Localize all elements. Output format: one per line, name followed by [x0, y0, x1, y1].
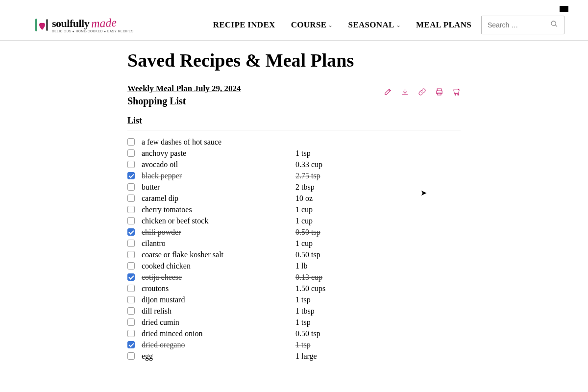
- checkbox[interactable]: [127, 240, 135, 247]
- checkbox[interactable]: [127, 262, 135, 270]
- chevron-down-icon: ⌄: [396, 23, 400, 28]
- list-item: dried minced onion0.50 tsp: [127, 328, 461, 339]
- item-name: dill relish: [142, 307, 289, 316]
- checkbox[interactable]: [127, 138, 135, 146]
- item-quantity: 0.50 tsp: [295, 228, 320, 237]
- site-header: soulfully made DELICIOUS ● HOME-COOKED ●…: [0, 5, 588, 41]
- link-icon[interactable]: [418, 88, 426, 98]
- logo-heart-spoon-icon: [35, 18, 49, 32]
- list-item: chili powder0.50 tsp: [127, 226, 461, 238]
- nav-course[interactable]: COURSE ⌄: [291, 20, 333, 30]
- item-quantity: 2.75 tsp: [295, 172, 320, 180]
- svg-point-5: [455, 94, 456, 95]
- item-quantity: 1 cup: [295, 239, 313, 248]
- clear-cart-icon[interactable]: [452, 88, 461, 98]
- item-name: anchovy paste: [142, 149, 289, 158]
- svg-rect-2: [437, 89, 441, 91]
- list-item: dried cumin1 tsp: [127, 317, 461, 328]
- list-item: croutons1.50 cups: [127, 283, 461, 294]
- print-icon[interactable]: [435, 88, 443, 98]
- logo-text-soulfully: soulfully: [52, 18, 89, 29]
- checkbox[interactable]: [127, 217, 135, 224]
- search-input[interactable]: [488, 21, 545, 29]
- list-item: anchovy paste1 tsp: [127, 147, 461, 159]
- item-quantity: 1 cup: [295, 217, 313, 225]
- shopping-list: a few dashes of hot sauceanchovy paste1 …: [127, 136, 461, 362]
- item-name: cherry tomatoes: [142, 205, 289, 214]
- checkbox[interactable]: [127, 172, 135, 179]
- list-heading: List: [127, 116, 461, 130]
- checkbox[interactable]: [127, 330, 135, 337]
- list-item: chicken or beef stock1 cup: [127, 215, 461, 226]
- list-item: cooked chicken1 lb: [127, 260, 461, 271]
- checkbox[interactable]: [127, 285, 135, 292]
- list-item: black pepper2.75 tsp: [127, 170, 461, 181]
- item-quantity: 1 large: [295, 352, 317, 361]
- search-icon[interactable]: [550, 20, 558, 30]
- plan-header: Weekly Meal Plan July 29, 2024 Shopping …: [127, 84, 461, 107]
- svg-rect-0: [35, 19, 37, 31]
- list-item: avocado oil0.33 cup: [127, 159, 461, 170]
- download-icon[interactable]: [401, 88, 409, 98]
- nav-label: SEASONAL: [348, 20, 394, 30]
- search-box[interactable]: [481, 16, 564, 34]
- checkbox[interactable]: [127, 352, 135, 360]
- nav-label: RECIPE INDEX: [213, 20, 275, 30]
- main-content: Saved Recipes & Meal Plans Weekly Meal P…: [0, 36, 588, 362]
- item-name: dried oregano: [142, 341, 289, 349]
- checkbox[interactable]: [127, 161, 135, 168]
- item-quantity: 1 cup: [295, 205, 313, 214]
- item-name: croutons: [142, 284, 289, 293]
- nav-label: MEAL PLANS: [416, 20, 471, 30]
- checkbox[interactable]: [127, 195, 135, 202]
- item-quantity: 0.13 cup: [295, 273, 322, 282]
- list-item: cilantro1 cup: [127, 238, 461, 249]
- checkbox[interactable]: [127, 307, 135, 315]
- checkbox[interactable]: [127, 206, 135, 213]
- checkbox[interactable]: [127, 149, 135, 157]
- logo-tagline: DELICIOUS ● HOME-COOKED ● EASY RECIPES: [52, 30, 134, 33]
- item-quantity: 1 tsp: [295, 149, 311, 158]
- checkbox[interactable]: [127, 296, 135, 303]
- svg-point-6: [458, 94, 459, 95]
- list-item: coarse or flake kosher salt0.50 tsp: [127, 249, 461, 260]
- svg-rect-4: [438, 93, 441, 95]
- checkbox[interactable]: [127, 183, 135, 191]
- checkbox[interactable]: [127, 228, 135, 236]
- item-name: coarse or flake kosher salt: [142, 250, 289, 259]
- item-quantity: 1 tsp: [295, 341, 311, 349]
- item-quantity: 10 oz: [295, 194, 313, 203]
- item-quantity: 1.50 cups: [295, 284, 325, 293]
- site-logo[interactable]: soulfully made DELICIOUS ● HOME-COOKED ●…: [35, 17, 134, 33]
- list-item: caramel dip10 oz: [127, 193, 461, 204]
- list-item: cotija cheese0.13 cup: [127, 271, 461, 283]
- chevron-down-icon: ⌄: [328, 23, 332, 28]
- list-item: dill relish1 tbsp: [127, 305, 461, 317]
- checkbox[interactable]: [127, 341, 135, 348]
- checkbox[interactable]: [127, 318, 135, 326]
- list-item: butter2 tbsp: [127, 181, 461, 193]
- list-item: a few dashes of hot sauce: [127, 136, 461, 147]
- list-item: dijon mustard1 tsp: [127, 294, 461, 305]
- meal-plan-link[interactable]: Weekly Meal Plan July 29, 2024: [127, 84, 241, 93]
- checkbox[interactable]: [127, 273, 135, 281]
- item-name: cotija cheese: [142, 273, 289, 282]
- checkbox[interactable]: [127, 251, 135, 258]
- logo-text-made: made: [91, 16, 117, 29]
- item-name: cooked chicken: [142, 262, 289, 270]
- nav-recipe-index[interactable]: RECIPE INDEX: [213, 20, 275, 30]
- edit-icon[interactable]: [384, 88, 392, 98]
- item-name: dijon mustard: [142, 295, 289, 304]
- nav-meal-plans[interactable]: MEAL PLANS: [416, 20, 471, 30]
- plan-actions: [384, 88, 461, 98]
- item-name: black pepper: [142, 172, 289, 180]
- item-name: dried minced onion: [142, 329, 289, 338]
- list-item: egg1 large: [127, 350, 461, 362]
- item-name: cilantro: [142, 239, 289, 248]
- list-item: cherry tomatoes1 cup: [127, 204, 461, 215]
- main-nav: RECIPE INDEX COURSE ⌄ SEASONAL ⌄ MEAL PL…: [213, 20, 471, 30]
- item-name: chili powder: [142, 228, 289, 237]
- item-name: dried cumin: [142, 318, 289, 327]
- page-title: Saved Recipes & Meal Plans: [127, 49, 461, 71]
- nav-seasonal[interactable]: SEASONAL ⌄: [348, 20, 400, 30]
